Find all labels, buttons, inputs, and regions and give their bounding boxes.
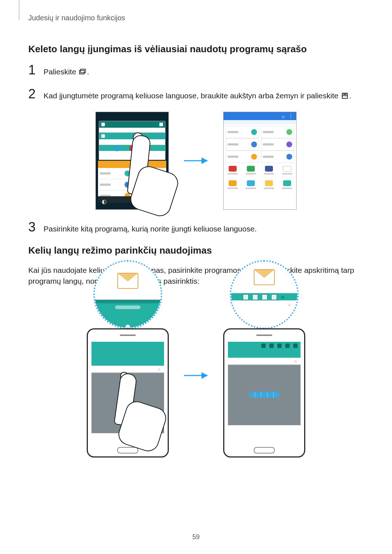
app-tile bbox=[283, 166, 291, 175]
heading-launch-from-recents: Keleto langų įjungimas iš vėliausiai nau… bbox=[28, 43, 364, 56]
hand-gesture-icon bbox=[109, 373, 174, 446]
app-tile bbox=[265, 180, 273, 189]
step-number: 3 bbox=[28, 221, 38, 234]
svg-marker-8 bbox=[201, 372, 208, 379]
swap-icon bbox=[243, 294, 249, 300]
arrow-right-icon bbox=[183, 370, 209, 381]
page: Judesių ir naudojimo funkcijos Keleto la… bbox=[0, 0, 392, 554]
callout-circle bbox=[93, 260, 162, 329]
page-number: 59 bbox=[192, 533, 200, 541]
globe-icon: ◐ bbox=[102, 198, 106, 201]
more-icon: ⋮ bbox=[288, 113, 293, 119]
envelope-icon bbox=[117, 273, 138, 289]
app-tile bbox=[246, 166, 255, 175]
drag-content-icon bbox=[252, 294, 258, 300]
gear-icon bbox=[101, 134, 105, 138]
step-text: Kad įjungtumėte programą keliuose languo… bbox=[44, 88, 351, 101]
app-tile bbox=[228, 180, 237, 189]
svg-rect-4 bbox=[343, 94, 347, 95]
section-label: Judesių ir naudojimo funkcijos bbox=[28, 14, 364, 22]
envelope-icon bbox=[254, 269, 275, 285]
figure-multiwindow-options: ⌕ bbox=[28, 294, 364, 457]
step-number: 2 bbox=[28, 87, 38, 100]
svg-rect-0 bbox=[79, 70, 84, 74]
svg-marker-6 bbox=[201, 157, 208, 164]
device-after: ✕ ⌕ ⌕ bbox=[223, 294, 305, 457]
screenshot-app-picker: ⌕ ⋮ bbox=[223, 112, 297, 210]
search-icon: ⌕ bbox=[288, 302, 291, 307]
step-list-continued: 3 Pasirinkite kitą programą, kurią norit… bbox=[28, 221, 364, 234]
callout-circle: ✕ ⌕ bbox=[230, 260, 299, 329]
paragraph: Kai jūs naudojate kelių langų programas,… bbox=[28, 265, 364, 287]
step-2: 2 Kad įjungtumėte programą keliuose lang… bbox=[28, 87, 364, 101]
step-list: 1 Palieskite . 2 Kad įjungtumėte program… bbox=[28, 63, 364, 102]
maximize-icon bbox=[271, 294, 277, 300]
step-1: 1 Palieskite . bbox=[28, 63, 364, 77]
hand-gesture-icon bbox=[121, 135, 183, 212]
recents-icon bbox=[79, 69, 86, 75]
app-tile bbox=[228, 166, 237, 175]
app-tile bbox=[283, 180, 291, 189]
device-before: ⌕ bbox=[87, 294, 169, 457]
step-text: Palieskite . bbox=[44, 64, 89, 77]
step-number: 1 bbox=[28, 63, 38, 77]
step-text: Pasirinkite kitą programą, kurią norite … bbox=[44, 221, 257, 234]
swap-icon bbox=[261, 344, 266, 348]
svg-rect-1 bbox=[81, 69, 85, 73]
app-tile bbox=[265, 166, 273, 175]
arrow-right-icon bbox=[183, 155, 209, 166]
split-window-icon bbox=[341, 93, 348, 99]
close-icon: ✕ bbox=[281, 295, 286, 300]
app-tile bbox=[246, 180, 255, 189]
figure-recents-to-grid: ◐≡ ⌕ ⋮ bbox=[28, 112, 364, 210]
close-icon bbox=[293, 344, 298, 348]
minimize-icon bbox=[262, 294, 268, 300]
split-window-icon bbox=[159, 123, 163, 126]
split-handle-expanded bbox=[249, 392, 279, 398]
screenshot-recents: ◐≡ bbox=[95, 112, 169, 210]
search-icon: ⌕ bbox=[158, 366, 160, 372]
heading-multiwindow-options: Kelių langų režimo parinkčių naudojimas bbox=[28, 245, 364, 257]
search-icon: ⌕ bbox=[294, 358, 297, 364]
step-3: 3 Pasirinkite kitą programą, kurią norit… bbox=[28, 221, 364, 234]
search-icon: ⌕ bbox=[282, 113, 285, 119]
